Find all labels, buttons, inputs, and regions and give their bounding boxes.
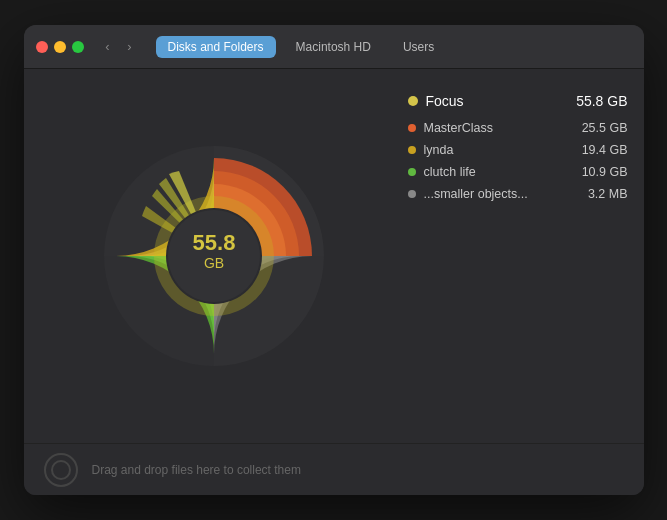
nav-arrows: ‹ › <box>98 37 140 57</box>
traffic-lights <box>36 41 84 53</box>
focus-dot <box>408 96 418 106</box>
drop-label: Drag and drop files here to collect them <box>92 463 301 477</box>
legend-item-3[interactable]: ...smaller objects... 3.2 MB <box>408 187 628 201</box>
legend-area: Focus 55.8 GB MasterClass 25.5 GB lynda … <box>408 85 628 427</box>
focus-text: Focus <box>426 93 464 109</box>
titlebar: ‹ › Disks and Folders Macintosh HD Users <box>24 25 644 69</box>
focus-size: 55.8 GB <box>576 93 627 109</box>
svg-text:55.8: 55.8 <box>192 230 235 255</box>
close-button[interactable] <box>36 41 48 53</box>
legend-item-2[interactable]: clutch life 10.9 GB <box>408 165 628 179</box>
legend-label-2: clutch life <box>424 165 476 179</box>
legend-dot-3 <box>408 190 416 198</box>
maximize-button[interactable] <box>72 41 84 53</box>
sunburst-chart[interactable]: 55.8 GB <box>74 116 354 396</box>
legend-size-0: 25.5 GB <box>582 121 628 135</box>
tab-disks-folders[interactable]: Disks and Folders <box>156 36 276 58</box>
legend-dot-0 <box>408 124 416 132</box>
svg-text:GB: GB <box>203 255 223 271</box>
back-button[interactable]: ‹ <box>98 37 118 57</box>
legend-label-3: ...smaller objects... <box>424 187 528 201</box>
tab-macintosh-hd[interactable]: Macintosh HD <box>284 36 383 58</box>
legend-size-2: 10.9 GB <box>582 165 628 179</box>
legend-dot-1 <box>408 146 416 154</box>
drop-target-inner <box>51 460 71 480</box>
forward-button[interactable]: › <box>120 37 140 57</box>
legend-size-1: 19.4 GB <box>582 143 628 157</box>
legend-label-1: lynda <box>424 143 454 157</box>
legend-item-0[interactable]: MasterClass 25.5 GB <box>408 121 628 135</box>
legend-focus-row: Focus 55.8 GB <box>408 93 628 109</box>
main-content: 55.8 GB Focus 55.8 GB MasterClass 25.5 <box>24 69 644 443</box>
minimize-button[interactable] <box>54 41 66 53</box>
app-window: ‹ › Disks and Folders Macintosh HD Users <box>24 25 644 495</box>
legend-item-1[interactable]: lynda 19.4 GB <box>408 143 628 157</box>
legend-label-0: MasterClass <box>424 121 493 135</box>
drop-target[interactable] <box>44 453 78 487</box>
focus-label: Focus <box>408 93 464 109</box>
tab-users[interactable]: Users <box>391 36 446 58</box>
legend-size-3: 3.2 MB <box>588 187 628 201</box>
legend-dot-2 <box>408 168 416 176</box>
chart-area: 55.8 GB <box>40 85 388 427</box>
footer: Drag and drop files here to collect them <box>24 443 644 495</box>
